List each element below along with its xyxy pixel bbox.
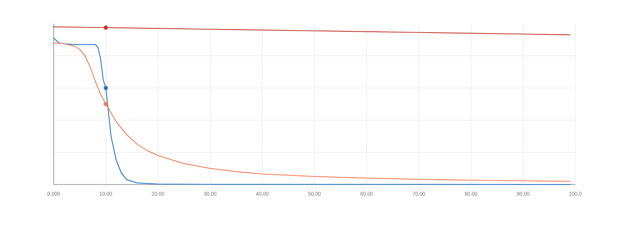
x-tick-label: 100.0 <box>569 191 582 197</box>
x-tick-label: 70.00 <box>412 191 425 197</box>
x-tick-label: 10.00 <box>99 191 112 197</box>
chart-svg <box>0 0 644 236</box>
x-tick-label: 0.000 <box>47 191 60 197</box>
series-line-series-blue <box>54 38 570 185</box>
x-tick-label: 60.00 <box>360 191 373 197</box>
x-tick-label: 90.00 <box>516 191 529 197</box>
series-marker-series-red[interactable] <box>104 26 108 30</box>
series-line-series-red <box>54 27 570 35</box>
x-tick-label: 40.00 <box>256 191 269 197</box>
series-marker-series-blue[interactable] <box>104 86 108 90</box>
line-chart[interactable]: 0.00010.0020.0030.0040.0050.0060.0070.00… <box>0 0 644 236</box>
x-tick-label: 30.00 <box>204 191 216 197</box>
x-tick-label: 50.00 <box>308 191 321 197</box>
series-marker-series-orange[interactable] <box>104 102 108 106</box>
series-line-series-orange <box>54 43 570 182</box>
x-tick-label: 80.00 <box>465 191 477 197</box>
x-tick-label: 20.00 <box>152 191 164 197</box>
